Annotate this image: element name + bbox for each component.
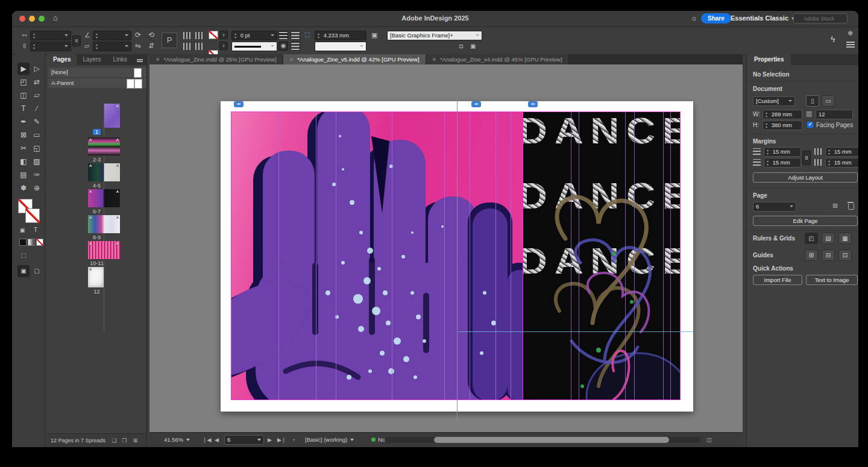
page-thumbnail-12[interactable]: A — [88, 267, 104, 287]
frame-tool[interactable]: ⊠ — [17, 129, 30, 141]
apply-none-button[interactable] — [36, 239, 43, 246]
line-tool[interactable]: ∕ — [31, 102, 43, 114]
column-guide[interactable] — [571, 112, 571, 400]
align-bottom-icon[interactable] — [195, 32, 203, 39]
reference-point-proxy[interactable]: P — [162, 33, 177, 48]
object-style-dropdown[interactable]: [Basic Graphics Frame]+ — [387, 31, 482, 40]
distribute-vertical-icon[interactable] — [195, 43, 203, 50]
scrollbar-thumb[interactable] — [434, 437, 669, 443]
margins-link-icon[interactable]: 8 — [802, 151, 811, 165]
smart-guides-button[interactable]: ⊡ — [838, 249, 852, 261]
panel-menu-icon[interactable] — [846, 42, 855, 43]
apply-color-button[interactable] — [19, 239, 27, 246]
edit-page-button[interactable]: Edit Page — [753, 216, 858, 226]
close-icon[interactable]: ✕ — [432, 57, 437, 63]
column-guide[interactable] — [336, 112, 336, 400]
column-guide[interactable] — [670, 112, 671, 400]
stroke-proxy-swatch[interactable] — [25, 208, 40, 223]
column-guide[interactable] — [316, 112, 316, 400]
landscape-orientation-button[interactable]: ▭ — [822, 95, 835, 107]
flip-horizontal-icon[interactable]: ⇋ — [135, 42, 141, 50]
page-thumbnail-10-11[interactable]: A A — [88, 241, 120, 259]
page-label-1[interactable]: 1 — [47, 129, 146, 135]
horizontal-guide[interactable] — [458, 331, 693, 332]
show-guides-button[interactable]: ⊞ — [805, 249, 818, 261]
column-guide[interactable] — [663, 112, 664, 400]
preflight-icon[interactable]: ◔ — [292, 436, 295, 444]
preflight-profile-dropdown[interactable]: [Basic] (working) — [305, 436, 354, 444]
width-field[interactable]: ▴▾ 289 mm — [763, 110, 802, 119]
page-count-field[interactable]: 12 — [816, 110, 853, 119]
document-preset-dropdown[interactable]: [Custom] — [753, 96, 795, 106]
linked-file-badge[interactable]: ∞ — [471, 101, 481, 107]
rotate-cw-icon[interactable]: ⟳ — [135, 31, 141, 39]
scissors-tool[interactable]: ✂ — [17, 142, 30, 154]
add-page-icon[interactable]: ⊞ — [832, 202, 838, 210]
column-guide[interactable] — [392, 112, 392, 400]
doc-tab-1[interactable]: ✕*Analogue_Zine.indd @ 25% [GPU Preview] — [149, 54, 283, 64]
page-thumbnail-2-3[interactable]: A A — [88, 137, 120, 155]
stroke-style-dropdown[interactable] — [231, 42, 277, 51]
margin-outside-field[interactable]: ▴▾ 15 mm — [825, 158, 858, 168]
gradient-feather-tool[interactable]: ▨ — [31, 155, 43, 168]
jump-object-button[interactable] — [291, 42, 300, 51]
wrap-bounding-box-button[interactable] — [291, 31, 300, 40]
page-tool[interactable]: ◰ — [17, 76, 30, 88]
gear-icon[interactable]: ✻ — [848, 30, 853, 37]
column-guide[interactable] — [634, 112, 635, 400]
tab-pages[interactable]: Pages — [47, 54, 77, 65]
tab-layers[interactable]: Layers — [77, 54, 107, 65]
doc-tab-2-active[interactable]: ✕*Analogue_Zine_v5.indd @ 42% [GPU Previ… — [283, 54, 426, 64]
zoom-level-dropdown[interactable]: 41.56% — [164, 436, 190, 444]
normal-view-mode-button[interactable]: ▣ — [17, 265, 30, 277]
column-guide[interactable] — [495, 112, 496, 400]
height-field[interactable]: ▴▾ 380 mm — [763, 121, 802, 130]
page-thumbnail-6-7[interactable]: A A — [88, 189, 120, 207]
stroke-color-swatch[interactable] — [209, 31, 218, 39]
first-spread-button[interactable]: ❘◀ — [203, 436, 211, 444]
page-thumbnail-8-9[interactable]: A A — [88, 215, 120, 233]
zoom-tool[interactable]: ⊕ — [31, 182, 43, 194]
import-file-button[interactable]: Import File — [753, 275, 802, 285]
master-none-row[interactable]: [None] — [48, 67, 146, 77]
rotate-spread-icon[interactable]: ❐ — [122, 437, 127, 443]
rotation-angle-field[interactable]: ▴▾ — [93, 31, 131, 40]
next-spread-button[interactable]: ▶ — [268, 436, 272, 444]
y-position-field[interactable]: ▴▾ — [30, 42, 71, 51]
align-top-icon[interactable] — [183, 32, 190, 39]
last-spread-button[interactable]: ▶❘ — [277, 436, 286, 444]
margin-inside-field[interactable]: ▴▾ 15 mm — [825, 147, 858, 157]
master-a-parent-row[interactable]: A-Parent — [48, 78, 146, 88]
flip-vertical-icon[interactable]: ⇵ — [148, 42, 154, 50]
type-tool[interactable]: T — [17, 102, 30, 114]
corner-radius-field[interactable]: ▴▾ 4.233 mm — [315, 31, 366, 40]
horizontal-scrollbar[interactable] — [385, 437, 700, 443]
page-label-10-11[interactable]: 10-11 — [47, 260, 146, 266]
lock-guides-button[interactable]: ⊟ — [822, 249, 835, 261]
close-icon[interactable]: ✕ — [156, 57, 160, 63]
measure-tool[interactable]: ▱ — [31, 89, 43, 101]
portrait-orientation-button[interactable]: ▯ — [806, 95, 819, 107]
gpu-performance-icon[interactable]: ϟ — [831, 34, 835, 44]
selection-tool[interactable]: ▶ — [17, 63, 30, 75]
content-collector-tool[interactable]: ◫ — [17, 89, 30, 101]
column-guide[interactable] — [278, 112, 279, 400]
pen-tool[interactable]: ✒ — [17, 116, 30, 128]
preview-mode-button[interactable]: ▢ — [31, 265, 43, 277]
pencil-tool[interactable]: ✎ — [31, 116, 43, 128]
dashed-frame-grid-icon[interactable]: ⬚ — [17, 249, 30, 262]
margin-bottom-field[interactable]: ▴▾ 15 mm — [764, 158, 801, 168]
rotate-ccw-icon[interactable]: ⟲ — [148, 31, 154, 39]
adobe-stock-search-input[interactable] — [793, 13, 848, 24]
frame-fitting-icon[interactable]: ▣ — [371, 31, 377, 39]
column-guide[interactable] — [511, 112, 511, 400]
page-thumbnail-4-5[interactable]: A A — [88, 163, 120, 181]
baseline-grid-button[interactable]: ▤ — [822, 233, 835, 244]
doc-tab-3[interactable]: ✕*Analogue_Zine_v4.indd @ 45% [GPU Previ… — [426, 54, 569, 64]
tab-links[interactable]: Links — [107, 54, 133, 65]
corner-shape-dropdown[interactable] — [315, 42, 366, 51]
document-grid-button[interactable]: ▦ — [838, 233, 852, 244]
formatting-affects-container-button[interactable]: ▣ — [17, 225, 27, 235]
page-label-4-5[interactable]: 4-5 — [47, 183, 146, 189]
direct-selection-tool[interactable]: ▷ — [31, 63, 43, 75]
